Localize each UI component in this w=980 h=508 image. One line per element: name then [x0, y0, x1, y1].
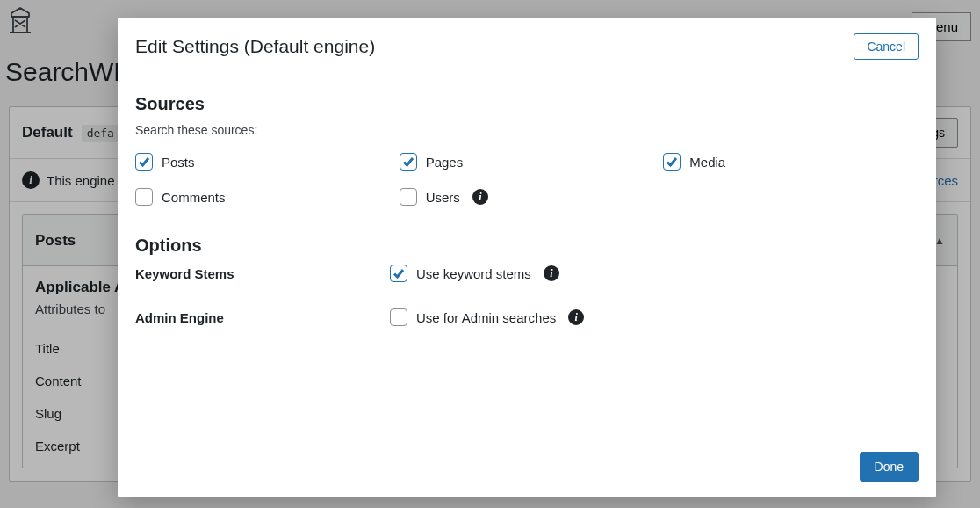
source-posts-checkbox[interactable]	[135, 153, 153, 171]
cancel-button[interactable]: Cancel	[854, 33, 919, 60]
modal-title: Edit Settings (Default engine)	[135, 36, 375, 57]
done-button[interactable]: Done	[860, 452, 919, 482]
source-pages: Pages	[400, 153, 655, 171]
source-pages-label: Pages	[426, 155, 464, 170]
options-section-title: Options	[135, 236, 919, 256]
info-icon[interactable]: i	[472, 189, 488, 205]
source-comments-label: Comments	[162, 190, 226, 205]
source-users-checkbox[interactable]	[400, 188, 417, 206]
source-users: Usersi	[400, 188, 655, 206]
source-media-label: Media	[689, 155, 725, 170]
sources-section-title: Sources	[135, 94, 919, 114]
option-admin_engine: Use for Admin searchesi	[390, 308, 919, 326]
sources-section-sub: Search these sources:	[135, 123, 919, 137]
edit-settings-modal: Edit Settings (Default engine) Cancel So…	[118, 18, 936, 497]
option-keyword_stems-checkbox-label: Use keyword stems	[416, 266, 531, 281]
source-comments-checkbox[interactable]	[135, 188, 153, 206]
source-users-label: Users	[426, 190, 460, 205]
source-media: Media	[663, 153, 919, 171]
source-posts: Posts	[135, 153, 391, 171]
option-keyword_stems-checkbox[interactable]	[390, 265, 407, 282]
option-keyword_stems: Use keyword stemsi	[390, 265, 919, 282]
source-posts-label: Posts	[162, 155, 195, 170]
option-admin_engine-checkbox[interactable]	[390, 308, 407, 326]
source-pages-checkbox[interactable]	[400, 153, 417, 171]
info-icon[interactable]: i	[568, 309, 584, 325]
source-comments: Comments	[135, 188, 391, 206]
info-icon[interactable]: i	[544, 265, 559, 281]
source-media-checkbox[interactable]	[663, 153, 681, 171]
option-admin_engine-checkbox-label: Use for Admin searches	[416, 310, 556, 325]
option-admin_engine-label: Admin Engine	[135, 310, 390, 325]
option-keyword_stems-label: Keyword Stems	[135, 266, 390, 281]
